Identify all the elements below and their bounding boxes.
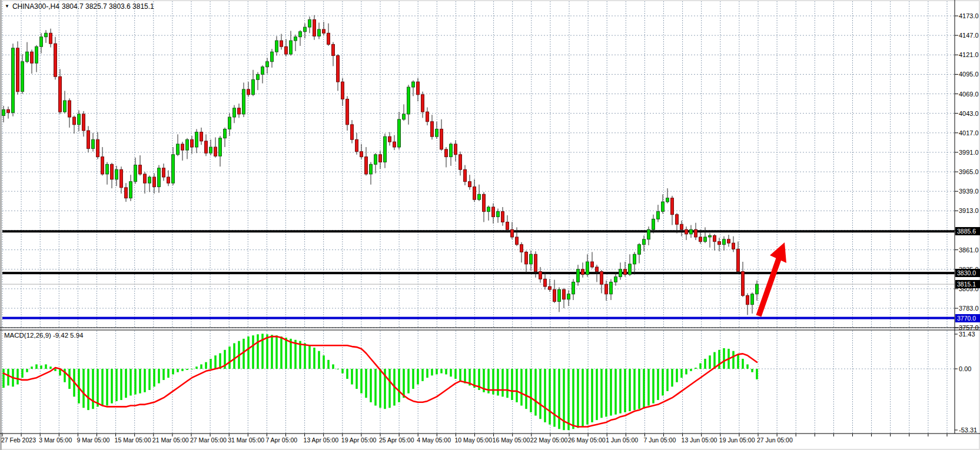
macd-bar bbox=[657, 369, 659, 400]
candle bbox=[520, 245, 523, 252]
macd-bar bbox=[177, 369, 179, 372]
candle bbox=[7, 109, 10, 112]
macd-bar bbox=[167, 369, 170, 378]
candle bbox=[285, 46, 288, 54]
candle bbox=[624, 269, 627, 275]
candle bbox=[238, 108, 241, 114]
candle bbox=[78, 114, 81, 125]
candle bbox=[713, 235, 716, 241]
candle bbox=[591, 262, 594, 267]
macd-bar bbox=[21, 369, 24, 378]
candle bbox=[275, 41, 278, 52]
macd-bar bbox=[200, 364, 202, 369]
candle bbox=[469, 182, 471, 187]
candle bbox=[341, 82, 344, 99]
macd-bar bbox=[605, 369, 607, 416]
macd-bar bbox=[676, 369, 678, 382]
macd-bar bbox=[709, 355, 711, 369]
macd-bar bbox=[181, 369, 184, 371]
macd-bar bbox=[718, 350, 720, 369]
candle bbox=[210, 147, 212, 153]
candle bbox=[337, 56, 340, 82]
candle bbox=[388, 136, 391, 142]
candle bbox=[144, 174, 147, 183]
macd-bar bbox=[129, 369, 132, 395]
candle bbox=[582, 269, 584, 275]
macd-bar bbox=[647, 369, 650, 406]
candle bbox=[412, 82, 415, 87]
candle bbox=[610, 282, 613, 294]
macd-bar bbox=[323, 355, 325, 369]
candle bbox=[676, 215, 679, 225]
candle bbox=[567, 294, 570, 299]
macd-value: -9.42 bbox=[53, 332, 68, 339]
chart-canvas[interactable]: 4173.04147.04121.04095.04069.04043.04017… bbox=[0, 0, 980, 450]
horizontal-level-lines[interactable] bbox=[2, 230, 955, 319]
macd-bar bbox=[511, 369, 513, 400]
candle bbox=[746, 295, 749, 304]
candle bbox=[360, 152, 363, 157]
candle bbox=[205, 141, 208, 153]
macd-bar bbox=[327, 360, 330, 369]
candle bbox=[629, 264, 632, 275]
candle bbox=[82, 114, 85, 131]
price-level-line[interactable] bbox=[2, 317, 955, 319]
macd-bar bbox=[638, 369, 640, 409]
macd-bar bbox=[610, 369, 612, 416]
macd-bar bbox=[586, 369, 589, 425]
macd-bar bbox=[680, 369, 683, 378]
macd-axis-labels: 31.430.00-53.31 bbox=[955, 331, 977, 434]
time-axis-label: 1 Jun 05:00 bbox=[606, 436, 638, 444]
candle bbox=[120, 169, 123, 188]
macd-bar bbox=[49, 366, 52, 369]
macd-bar bbox=[497, 369, 499, 395]
candle bbox=[172, 155, 175, 183]
price-level-line[interactable] bbox=[2, 272, 955, 274]
candle bbox=[450, 144, 453, 157]
trend-arrow[interactable] bbox=[759, 242, 786, 316]
macd-bar bbox=[388, 369, 391, 408]
candle bbox=[308, 19, 311, 27]
macd-bar bbox=[257, 334, 259, 369]
price-axis-label: 4121.0 bbox=[959, 51, 979, 58]
candle bbox=[497, 212, 500, 217]
candle bbox=[666, 198, 669, 202]
candle bbox=[464, 169, 467, 181]
macd-bar bbox=[417, 369, 419, 385]
symbol-period-label: CHINA300-,H4 bbox=[12, 2, 59, 11]
candle bbox=[351, 125, 354, 139]
time-axis-label: 13 Jun 05:00 bbox=[682, 436, 717, 444]
price-level-line[interactable] bbox=[2, 230, 955, 232]
macd-bar bbox=[16, 369, 19, 385]
candle bbox=[727, 239, 730, 243]
macd-bar bbox=[191, 369, 193, 369]
candle bbox=[501, 212, 504, 222]
macd-bar bbox=[572, 369, 574, 429]
macd-bar bbox=[445, 369, 447, 374]
macd-bar bbox=[421, 369, 424, 381]
candle bbox=[643, 239, 646, 245]
candle bbox=[426, 112, 429, 122]
macd-bar bbox=[666, 369, 669, 391]
candle bbox=[638, 245, 641, 255]
macd-bar bbox=[210, 359, 212, 369]
time-axis-labels: 27 Feb 20233 Mar 05:009 Mar 05:0015 Mar … bbox=[1, 436, 793, 444]
macd-bar bbox=[35, 364, 38, 369]
candle bbox=[737, 249, 740, 271]
candle bbox=[539, 272, 542, 279]
macd-bar bbox=[704, 359, 706, 369]
macd-bar bbox=[756, 369, 758, 379]
symbol-dropdown-icon[interactable]: ▼ bbox=[5, 4, 9, 9]
macd-bar bbox=[341, 369, 344, 374]
macd-bar bbox=[436, 369, 438, 374]
candle bbox=[671, 198, 674, 215]
candle bbox=[478, 194, 481, 199]
candle bbox=[313, 19, 316, 36]
macd-bar bbox=[374, 369, 377, 406]
macd-bar bbox=[294, 340, 297, 369]
candle bbox=[111, 164, 114, 179]
candle bbox=[214, 147, 217, 156]
candle bbox=[294, 37, 297, 41]
macd-bar bbox=[139, 369, 141, 394]
macd-bar bbox=[534, 369, 537, 416]
